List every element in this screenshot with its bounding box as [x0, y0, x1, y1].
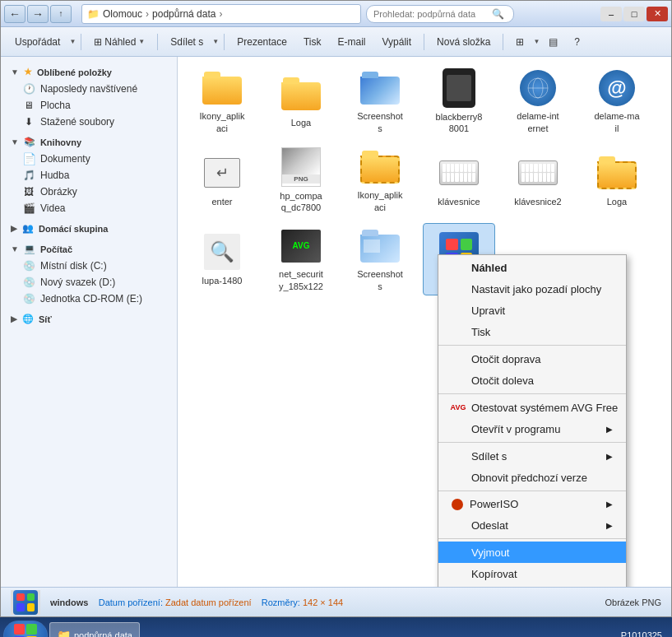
breadcrumb-icon: 📁	[87, 8, 100, 20]
forward-button[interactable]: →	[27, 5, 49, 23]
globe-icon	[520, 70, 556, 106]
file-item-ikony-aplikaci[interactable]: Ikony_aplikaci	[186, 65, 258, 137]
organize-button[interactable]: Uspořádat	[7, 31, 67, 53]
back-button[interactable]: ←	[4, 5, 25, 23]
keyboard-icon	[439, 160, 479, 185]
minimize-button[interactable]: –	[600, 7, 622, 21]
email-button[interactable]: E-mail	[330, 31, 373, 53]
sidebar-item-videos[interactable]: 🎬 Videa	[1, 200, 177, 216]
ctx-item-cut[interactable]: Vyjmout	[438, 542, 626, 563]
sidebar-item-documents[interactable]: 📄 Dokumenty	[1, 151, 177, 167]
libraries-header[interactable]: ▼ 📚 Knihovny	[1, 133, 177, 151]
file-item-loga-zip[interactable]: Loga	[581, 144, 653, 216]
file-item-ikony-zip[interactable]: Ikony_aplikaci	[344, 144, 416, 216]
breadcrumb-end-arrow: ›	[219, 8, 222, 20]
ctx-share-submenu-arrow: ▶	[606, 452, 613, 461]
homegroup-label: Domácí skupina	[39, 224, 108, 234]
favorites-section: ▼ ★ Oblíbené položky 🕐 Naposledy navštív…	[1, 63, 177, 130]
ctx-item-upravit[interactable]: Upravit	[438, 300, 626, 321]
breadcrumb-olomouc[interactable]: Olomouc	[103, 8, 142, 20]
status-thumbnail	[11, 590, 40, 615]
ctx-upravit-label: Upravit	[471, 305, 505, 317]
preview-pane-button[interactable]: ▤	[541, 31, 565, 53]
file-item-klavesnice2[interactable]: klávesnice2	[502, 144, 574, 216]
search-input[interactable]	[373, 9, 489, 19]
ctx-item-tisk[interactable]: Tisk	[438, 321, 626, 342]
view-options-button[interactable]: ⊞	[508, 31, 531, 53]
ctx-item-nahled[interactable]: Náhled	[438, 257, 626, 278]
file-item-screenshots-2[interactable]: Screenshots	[344, 223, 416, 295]
favorites-header[interactable]: ▼ ★ Oblíbené položky	[1, 63, 177, 81]
ctx-item-send[interactable]: Odeslat ▶	[438, 514, 626, 536]
ctx-item-rotate-right[interactable]: Otočit doprava	[438, 348, 626, 370]
file-label: Screenshots	[357, 110, 403, 134]
file-item-lupa[interactable]: 🔍 lupa-1480	[186, 223, 258, 295]
sidebar-item-new-volume[interactable]: 💿 Nový svazek (D:)	[1, 274, 177, 291]
sidebar-item-music[interactable]: 🎵 Hudba	[1, 167, 177, 184]
file-icon	[281, 74, 321, 114]
view-label: Náhled	[104, 36, 136, 48]
close-button[interactable]: ✕	[647, 7, 668, 21]
ctx-item-avg[interactable]: AVG Otestovat systémem AVG Free	[438, 397, 626, 418]
breadcrumb[interactable]: 📁 Olomouc › podpůrná data ›	[81, 4, 361, 24]
status-bar: windows Datum pořízení: Zadat datum poří…	[1, 587, 671, 616]
network-header[interactable]: ▶ 🌐 Síť	[1, 310, 177, 328]
ctx-item-set-wallpaper[interactable]: Nastavit jako pozadí plochy	[438, 278, 626, 300]
presentation-button[interactable]: Prezentace	[229, 31, 294, 53]
homegroup-header[interactable]: ▶ 👥 Domácí skupina	[1, 220, 177, 237]
file-label: Loga	[291, 117, 311, 128]
file-icon	[439, 68, 479, 108]
toolbar-separator-1	[81, 34, 81, 50]
network-icon: 🌐	[22, 314, 34, 324]
favorites-star-icon: ★	[24, 67, 32, 77]
search-bar[interactable]: 🔍	[366, 5, 514, 23]
start-button[interactable]	[3, 621, 48, 637]
file-item-delame-internet[interactable]: delame-internet	[502, 65, 574, 137]
search-icon[interactable]: 🔍	[492, 8, 504, 20]
toolbar-separator-3	[224, 34, 225, 50]
print-button[interactable]: Tisk	[296, 31, 329, 53]
taskbar-explorer-item[interactable]: 📁 podpůrná data	[49, 622, 140, 637]
file-item-loga-1[interactable]: Loga	[265, 65, 337, 137]
share-button[interactable]: Sdílet s	[163, 31, 211, 53]
computer-expand-icon: ▼	[11, 244, 19, 253]
file-item-blackberry[interactable]: blackberry88001	[423, 65, 495, 137]
file-item-hp-compaq[interactable]: PNG hp_compaq_dc7800	[265, 144, 337, 216]
computer-header[interactable]: ▼ 💻 Počítač	[1, 240, 177, 258]
nav-buttons: ← → ↑	[4, 5, 72, 23]
burn-button[interactable]: Vypálit	[374, 31, 419, 53]
sidebar-item-cdrom[interactable]: 💿 Jednotka CD-ROM (E:)	[1, 291, 177, 307]
ctx-item-copy[interactable]: Kopírovat	[438, 563, 626, 584]
file-item-klavesnice[interactable]: klávesnice	[423, 144, 495, 216]
taskbar-folder-icon: 📁	[57, 629, 71, 637]
sidebar-item-recently-visited[interactable]: 🕐 Naposledy navštívené	[1, 81, 177, 97]
status-date-value[interactable]: Zadat datum pořízení	[165, 597, 252, 607]
file-label: enter	[211, 196, 232, 207]
help-button[interactable]: ?	[567, 31, 587, 53]
ctx-item-poweriso[interactable]: PowerISO ▶	[438, 494, 626, 514]
sidebar-item-local-disk[interactable]: 💿 Místní disk (C:)	[1, 258, 177, 274]
ctx-item-open-with[interactable]: Otevřít v programu ▶	[438, 418, 626, 439]
new-folder-button[interactable]: Nová složka	[429, 31, 498, 53]
file-item-enter[interactable]: ↵ enter	[186, 144, 258, 216]
sidebar-item-downloads[interactable]: ⬇ Stažené soubory	[1, 114, 177, 130]
ctx-item-share[interactable]: Sdílet s ▶	[438, 445, 626, 467]
videos-label: Videa	[40, 202, 65, 214]
ctx-item-restore[interactable]: Obnovit předchozí verze	[438, 467, 626, 488]
file-icon	[518, 153, 558, 193]
file-item-delame-mail[interactable]: @ delame-mail	[581, 65, 653, 137]
ctx-item-rotate-left[interactable]: Otočit doleva	[438, 370, 626, 391]
sidebar-item-pictures[interactable]: 🖼 Obrázky	[1, 184, 177, 200]
file-item-net-security[interactable]: AVG net_security_185x122	[265, 223, 337, 295]
computer-section: ▼ 💻 Počítač 💿 Místní disk (C:) 💿 Nový sv…	[1, 240, 177, 307]
maximize-button[interactable]: □	[623, 7, 645, 21]
ctx-edit-icon	[452, 304, 465, 317]
phone-screen	[447, 75, 471, 101]
sidebar-item-desktop[interactable]: 🖥 Plocha	[1, 97, 177, 114]
up-button[interactable]: ↑	[50, 5, 72, 23]
breadcrumb-current[interactable]: podpůrná data	[152, 8, 216, 20]
file-item-screenshots-1[interactable]: Screenshots	[344, 65, 416, 137]
status-size-value[interactable]: 142 × 144	[303, 597, 343, 607]
ctx-open-with-icon	[452, 422, 465, 435]
view-button[interactable]: ⊞ Náhled ▼	[86, 31, 152, 53]
